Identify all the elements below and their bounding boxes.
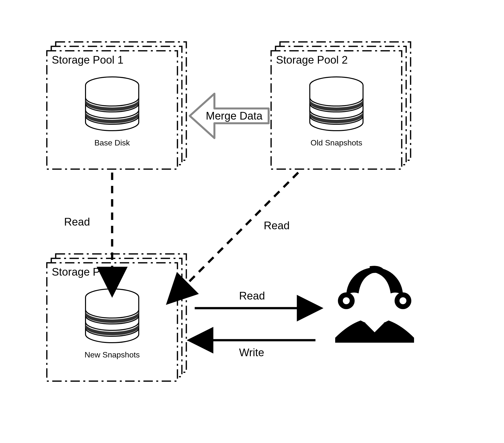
storage-pool-2-title: Storage Pool 2: [276, 54, 348, 66]
database-icon: [86, 77, 139, 131]
read-arrow-pool2-to-pool3: Read: [173, 173, 298, 298]
database-icon: [86, 289, 139, 343]
user-icon: [335, 266, 414, 343]
storage-pool-3-caption: New Snapshots: [85, 350, 140, 359]
merge-data-label: Merge Data: [206, 110, 262, 122]
read-label-3: Read: [239, 290, 265, 302]
storage-pool-3: Storage Pool 3 New Snapshots: [47, 254, 186, 381]
read-arrow-pool3-to-user: Read: [195, 290, 315, 308]
storage-pool-1: Storage Pool 1 Base Disk: [47, 42, 186, 169]
storage-pool-1-title: Storage Pool 1: [52, 54, 124, 66]
write-arrow-user-to-pool3: Write: [195, 340, 315, 358]
merge-data-arrow: Merge Data: [190, 94, 269, 138]
storage-pool-2: Storage Pool 2 Old Snapshots: [271, 42, 411, 169]
read-label-2: Read: [264, 220, 289, 231]
storage-pool-1-caption: Base Disk: [94, 138, 130, 147]
storage-pool-2-caption: Old Snapshots: [310, 138, 362, 147]
write-label: Write: [239, 346, 264, 358]
svg-line-11: [173, 173, 298, 298]
read-label-1: Read: [64, 216, 90, 228]
diagram-canvas: Storage Pool 1 Base Disk Storage Pool 2 …: [0, 0, 504, 443]
database-icon: [310, 77, 363, 131]
